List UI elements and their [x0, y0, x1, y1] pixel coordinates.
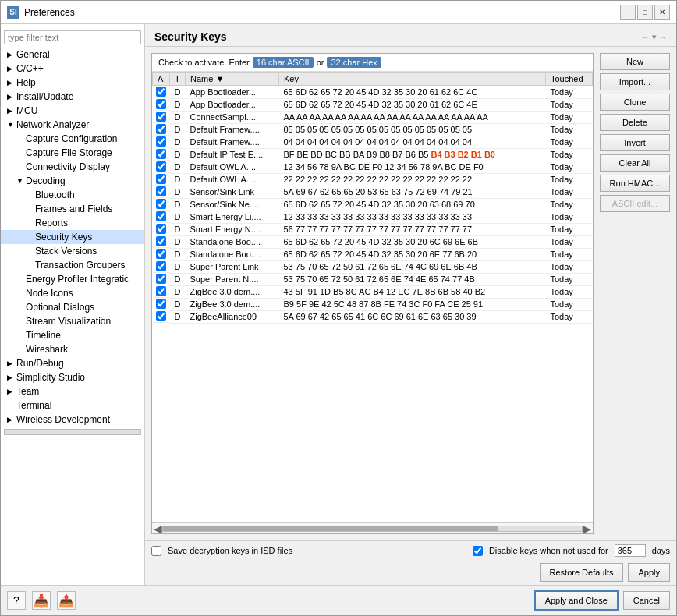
sidebar-item-general[interactable]: ▶General: [1, 48, 144, 62]
sidebar-item-node-icons[interactable]: Node Icons: [1, 286, 144, 300]
export-workspace-button[interactable]: 📤: [57, 591, 76, 610]
clone-button[interactable]: Clone: [600, 94, 670, 111]
hscrollbar-track[interactable]: [162, 526, 583, 532]
sidebar-item-capture-file-storage[interactable]: Capture File Storage: [1, 146, 144, 160]
table-row[interactable]: DDefault Framew....04 04 04 04 04 04 04 …: [153, 136, 593, 148]
sidebar-item-run/debug[interactable]: ▶Run/Debug: [1, 356, 144, 370]
filter-input[interactable]: [4, 30, 141, 44]
sidebar-item-c/c++[interactable]: ▶C/C++: [1, 62, 144, 76]
row-checkbox[interactable]: [156, 124, 166, 134]
restore-defaults-area: Restore Defaults Apply: [145, 560, 676, 585]
sidebar-item-frames-and-fields[interactable]: Frames and Fields: [1, 202, 144, 216]
sidebar-item-wireless-development[interactable]: ▶Wireless Development: [1, 412, 144, 427]
table-row[interactable]: DZigBee 3.0 dem....B9 5F 9E 42 5C 48 87 …: [153, 298, 593, 310]
horizontal-scrollbar[interactable]: ◀ ▶: [152, 522, 593, 533]
clear-all-button[interactable]: Clear All: [600, 154, 670, 172]
import-workspace-button[interactable]: 📥: [32, 591, 51, 610]
row-checkbox[interactable]: [156, 261, 166, 271]
row-name: App Bootloader....: [186, 98, 279, 111]
row-checkbox[interactable]: [156, 236, 166, 246]
table-row[interactable]: DApp Bootloader....65 6D 62 65 72 20 45 …: [153, 86, 593, 99]
row-checkbox[interactable]: [156, 299, 166, 309]
sidebar-item-security-keys[interactable]: Security Keys: [1, 230, 144, 244]
sidebar-item-bluetooth[interactable]: Bluetooth: [1, 188, 144, 202]
table-row[interactable]: DSensor/Sink Link5A 69 67 62 65 65 20 53…: [153, 186, 593, 198]
sidebar-item-connectivity-display[interactable]: Connectivity Display: [1, 160, 144, 174]
button-group: New Import... Clone Delete Invert Clear …: [600, 53, 670, 534]
days-input[interactable]: [615, 544, 646, 557]
row-checkbox[interactable]: [156, 149, 166, 159]
row-checkbox[interactable]: [156, 249, 166, 259]
table-row[interactable]: DDefault IP Test E....BF BE BD BC BB BA …: [153, 148, 593, 161]
table-scroll[interactable]: A T Name ▼ Key Touched DApp Bootloader..…: [152, 72, 593, 522]
sidebar-item-stack-versions[interactable]: Stack Versions: [1, 244, 144, 258]
row-checkbox[interactable]: [156, 161, 166, 172]
sidebar-item-decoding[interactable]: ▼Decoding: [1, 174, 144, 188]
sidebar-item-energy-profiler-integratic[interactable]: Energy Profiler Integratic: [1, 272, 144, 286]
table-row[interactable]: DZigBeeAlliance095A 69 67 42 65 65 41 6C…: [153, 310, 593, 323]
sidebar-item-simplicity-studio[interactable]: ▶Simplicity Studio: [1, 370, 144, 384]
table-row[interactable]: DDefault Framew....05 05 05 05 05 05 05 …: [153, 123, 593, 136]
sidebar-item-stream-visualization[interactable]: Stream Visualization: [1, 314, 144, 328]
row-checkbox[interactable]: [156, 99, 166, 109]
sidebar-item-install/update[interactable]: ▶Install/Update: [1, 90, 144, 104]
sidebar-item-team[interactable]: ▶Team: [1, 384, 144, 398]
restore-defaults-button[interactable]: Restore Defaults: [540, 563, 624, 582]
invert-button[interactable]: Invert: [600, 134, 670, 151]
table-row[interactable]: DSuper Parent N....53 75 70 65 72 50 61 …: [153, 273, 593, 285]
row-checkbox[interactable]: [156, 87, 166, 97]
run-hmac-button[interactable]: Run HMAC...: [600, 175, 670, 192]
table-row[interactable]: DSmart Energy N....56 77 77 77 77 77 77 …: [153, 223, 593, 235]
nav-back-icon[interactable]: ←: [641, 33, 649, 41]
table-row[interactable]: DStandalone Boo....65 6D 62 65 72 20 45 …: [153, 248, 593, 260]
close-button[interactable]: ✕: [654, 5, 670, 20]
table-row[interactable]: DSuper Parent Link53 75 70 65 72 50 61 7…: [153, 260, 593, 273]
table-row[interactable]: DConnectSampl....AA AA AA AA AA AA AA AA…: [153, 111, 593, 123]
sidebar-item-label: Energy Profiler Integratic: [26, 274, 129, 285]
help-button[interactable]: ?: [7, 591, 26, 610]
sidebar-scrollbar[interactable]: [1, 427, 144, 437]
row-checkbox[interactable]: [156, 286, 166, 296]
sidebar-item-transaction-groupers[interactable]: Transaction Groupers: [1, 258, 144, 272]
cancel-button[interactable]: Cancel: [623, 591, 670, 610]
minimize-button[interactable]: −: [620, 5, 636, 20]
row-checkbox[interactable]: [156, 274, 166, 284]
sidebar-item-optional-dialogs[interactable]: Optional Dialogs: [1, 300, 144, 314]
sidebar-item-capture-configuration[interactable]: Capture Configuration: [1, 132, 144, 146]
scroll-left-icon[interactable]: ◀: [154, 522, 162, 535]
row-checkbox[interactable]: [156, 199, 166, 209]
sidebar-item-help[interactable]: ▶Help: [1, 76, 144, 90]
sidebar-item-terminal[interactable]: Terminal: [1, 398, 144, 412]
row-checkbox[interactable]: [156, 174, 166, 184]
table-row[interactable]: DApp Bootloader....65 6D 62 65 72 20 45 …: [153, 98, 593, 111]
sidebar-item-wireshark[interactable]: Wireshark: [1, 342, 144, 356]
row-checkbox[interactable]: [156, 136, 166, 147]
ascii-edit-button[interactable]: ASCII edit...: [600, 195, 670, 212]
sidebar-item-network-analyzer[interactable]: ▼Network Analyzer: [1, 118, 144, 132]
row-checkbox[interactable]: [156, 186, 166, 196]
apply-button[interactable]: Apply: [628, 563, 670, 582]
row-checkbox[interactable]: [156, 224, 166, 234]
row-checkbox[interactable]: [156, 112, 166, 122]
table-row[interactable]: DDefault OWL A....22 22 22 22 22 22 22 2…: [153, 173, 593, 186]
import-button[interactable]: Import...: [600, 73, 670, 90]
sidebar-item-reports[interactable]: Reports: [1, 216, 144, 230]
table-row[interactable]: DDefault OWL A....12 34 56 78 9A BC DE F…: [153, 161, 593, 173]
row-checkbox[interactable]: [156, 311, 166, 321]
table-row[interactable]: DSmart Energy Li....12 33 33 33 33 33 33…: [153, 211, 593, 223]
nav-forward-icon[interactable]: →: [659, 33, 667, 41]
disable-keys-checkbox[interactable]: [473, 546, 483, 556]
maximize-button[interactable]: □: [637, 5, 653, 20]
row-checkbox[interactable]: [156, 211, 166, 221]
table-row[interactable]: DStandalone Boo....65 6D 62 65 72 20 45 …: [153, 235, 593, 248]
new-button[interactable]: New: [600, 53, 670, 70]
nav-dropdown-icon[interactable]: ▾: [652, 33, 656, 41]
sidebar-item-mcu[interactable]: ▶MCU: [1, 104, 144, 118]
save-keys-checkbox[interactable]: [151, 546, 161, 556]
delete-button[interactable]: Delete: [600, 114, 670, 131]
sidebar-item-timeline[interactable]: Timeline: [1, 328, 144, 342]
scroll-right-icon[interactable]: ▶: [583, 522, 591, 535]
table-row[interactable]: DZigBee 3.0 dem....43 5F 91 1D B5 8C AC …: [153, 285, 593, 298]
table-row[interactable]: DSensor/Sink Ne....65 6D 62 65 72 20 45 …: [153, 198, 593, 211]
apply-close-button[interactable]: Apply and Close: [534, 590, 619, 611]
